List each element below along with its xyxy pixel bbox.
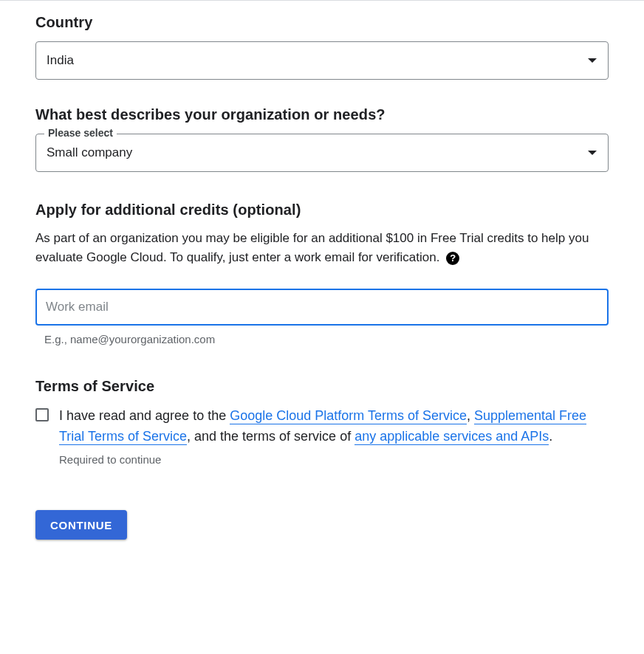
form-container: Country India What best describes your o… <box>0 1 644 569</box>
organization-select-wrap: Please select Small company <box>35 134 609 172</box>
country-select-wrap: India <box>35 41 609 80</box>
credits-heading: Apply for additional credits (optional) <box>35 202 609 218</box>
help-icon[interactable]: ? <box>446 252 459 265</box>
country-label: Country <box>35 14 609 31</box>
organization-label: What best describes your organization or… <box>35 106 609 123</box>
tos-link-apis[interactable]: any applicable services and APIs <box>354 429 549 445</box>
continue-button[interactable]: CONTINUE <box>35 510 127 540</box>
chevron-down-icon <box>588 151 597 155</box>
tos-text: I have read and agree to the Google Clou… <box>59 405 609 448</box>
tos-sep1: , <box>467 408 474 423</box>
work-email-input[interactable] <box>35 289 609 326</box>
work-email-wrap <box>35 289 609 326</box>
tos-link-platform[interactable]: Google Cloud Platform Terms of Service <box>230 408 467 424</box>
organization-floating-label: Please select <box>44 127 117 139</box>
tos-heading: Terms of Service <box>35 378 609 395</box>
tos-row: I have read and agree to the Google Clou… <box>35 405 609 448</box>
tos-checkbox[interactable] <box>35 408 49 421</box>
country-value: India <box>47 53 74 68</box>
organization-value: Small company <box>47 145 132 160</box>
work-email-hint: E.g., name@yourorganization.com <box>44 333 609 345</box>
tos-sep2: , and the terms of service of <box>187 429 354 444</box>
country-select[interactable]: India <box>35 41 609 80</box>
tos-suffix: . <box>549 429 552 444</box>
credits-description: As part of an organization you may be el… <box>35 229 609 268</box>
organization-select[interactable]: Small company <box>35 134 609 172</box>
chevron-down-icon <box>588 58 597 63</box>
credits-description-text: As part of an organization you may be el… <box>35 231 589 264</box>
tos-prefix: I have read and agree to the <box>59 408 230 423</box>
tos-required-note: Required to continue <box>59 453 609 466</box>
